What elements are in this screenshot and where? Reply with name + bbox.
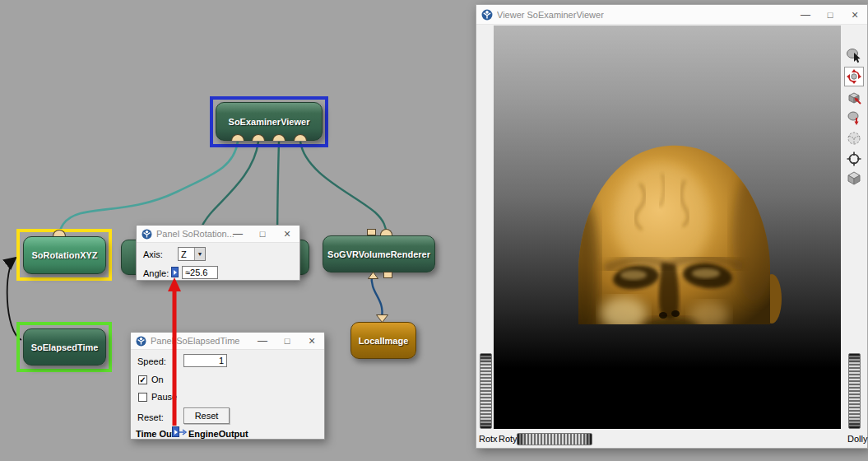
- on-label: On: [151, 375, 164, 384]
- viewer-toolbar: [841, 26, 867, 448]
- viewer-titlebar[interactable]: Viewer SoExaminerViewer — □ ×: [476, 5, 867, 25]
- connection-gvr-localimage[interactable]: [372, 274, 383, 318]
- pause-checkbox[interactable]: [138, 393, 147, 402]
- reset-label: Reset:: [137, 412, 164, 422]
- seek-mode-button[interactable]: [844, 87, 864, 107]
- node-label: LocalImage: [359, 336, 409, 346]
- panel-soelapsedtime-window: Panel SoElapsedTime — □ × Speed: ✓ On Pa…: [130, 332, 325, 440]
- view-all-button[interactable]: [844, 128, 864, 148]
- viewer-title: Viewer SoExaminerViewer: [497, 10, 604, 20]
- close-button[interactable]: ×: [842, 5, 867, 24]
- minimize-button[interactable]: —: [793, 5, 818, 24]
- viewer-bottom-bar: Rotx Roty Dolly: [476, 431, 867, 448]
- home-icon: [846, 151, 862, 167]
- zoom-mode-button[interactable]: [844, 108, 864, 128]
- panel-title: Panel SoElapsedTime: [151, 336, 239, 346]
- close-button[interactable]: ×: [299, 333, 324, 349]
- panel-sorotation-window: Panel SoRotation... — □ × Axis: Z ▼ Angl…: [136, 225, 300, 281]
- panel-title: Panel SoRotation...: [156, 229, 234, 239]
- angle-label: Angle:: [143, 268, 169, 278]
- minimize-button[interactable]: —: [225, 226, 250, 242]
- node-sogvrvolumerenderer[interactable]: SoGVRVolumeRenderer: [323, 235, 435, 272]
- dolly-thumbwheel[interactable]: [848, 353, 861, 429]
- arrow-right-icon: [179, 429, 188, 435]
- reset-button[interactable]: Reset: [183, 407, 230, 424]
- input-connector-triangle[interactable]: [368, 272, 378, 279]
- dolly-label: Dolly: [847, 434, 867, 444]
- input-connector-square[interactable]: [367, 229, 376, 235]
- parameter-connected-icon: [171, 267, 179, 277]
- speed-field[interactable]: [183, 354, 227, 367]
- output-connector-icon: [172, 426, 179, 437]
- perspective-toggle-button[interactable]: [844, 168, 864, 188]
- hidden-node-left-edge[interactable]: [121, 240, 137, 275]
- roty-label: Roty: [499, 434, 518, 444]
- timeout-value: EngineOutput: [188, 429, 248, 439]
- node-localimage[interactable]: LocalImage: [350, 322, 416, 359]
- node-label: SoElapsedTime: [31, 342, 99, 352]
- maximize-button[interactable]: □: [818, 5, 842, 24]
- view-all-icon: [846, 130, 862, 147]
- node-label: SoGVRVolumeRenderer: [327, 249, 430, 259]
- node-label: SoExaminerViewer: [229, 117, 310, 127]
- panel-soelapsedtime-titlebar[interactable]: Panel SoElapsedTime — □ ×: [131, 333, 324, 350]
- connection-examiner-gvr[interactable]: [300, 142, 387, 235]
- panel-sorotation-titlebar[interactable]: Panel SoRotation... — □ ×: [137, 226, 299, 243]
- axis-dropdown[interactable]: Z ▼: [178, 247, 206, 261]
- node-label: SoRotationXYZ: [31, 250, 97, 260]
- input-connector[interactable]: [380, 229, 392, 235]
- rotx-thumbwheel[interactable]: [480, 353, 492, 429]
- node-soelapsedtime[interactable]: SoElapsedTime: [23, 328, 106, 366]
- mevislab-logo-icon: [136, 336, 146, 347]
- output-connector-triangle[interactable]: [376, 314, 388, 323]
- zoom-icon: [846, 109, 862, 126]
- mevislab-logo-icon: [142, 229, 152, 240]
- perspective-icon: [846, 170, 862, 186]
- mevislab-logo-icon: [481, 9, 493, 21]
- viewer-window: Viewer SoExaminerViewer — □ ×: [476, 4, 868, 449]
- roty-thumbwheel[interactable]: [517, 433, 592, 445]
- angle-field[interactable]: [182, 266, 218, 279]
- close-button[interactable]: ×: [275, 226, 299, 242]
- speed-label: Speed:: [137, 356, 166, 366]
- rotate-icon: [846, 68, 862, 85]
- home-view-button[interactable]: [844, 149, 864, 169]
- maximize-button[interactable]: □: [275, 333, 299, 349]
- dropdown-arrow-icon[interactable]: ▼: [194, 248, 205, 260]
- pause-label: Pause: [151, 392, 177, 402]
- axis-value: Z: [179, 249, 194, 259]
- output-connector-square[interactable]: [383, 272, 392, 278]
- node-soexaminerviewer[interactable]: SoExaminerViewer: [216, 102, 323, 141]
- node-sorotationxyz[interactable]: SoRotationXYZ: [23, 236, 106, 274]
- rendered-head-volume: [494, 26, 842, 429]
- rotx-label: Rotx: [479, 434, 498, 444]
- pick-mode-button[interactable]: [844, 46, 864, 66]
- minimize-button[interactable]: —: [250, 333, 275, 349]
- axis-label: Axis:: [143, 249, 163, 259]
- seek-icon: [846, 89, 862, 105]
- viewer-3d-viewport[interactable]: [494, 26, 842, 429]
- on-checkbox[interactable]: ✓: [138, 375, 147, 384]
- maximize-button[interactable]: □: [250, 226, 275, 242]
- pick-icon: [846, 48, 862, 64]
- rotate-mode-button[interactable]: [844, 67, 864, 86]
- connection-examiner-rotationxyz[interactable]: [59, 142, 238, 235]
- network-canvas[interactable]: SoExaminerViewer SoRotationXYZ SoElapsed…: [0, 0, 868, 461]
